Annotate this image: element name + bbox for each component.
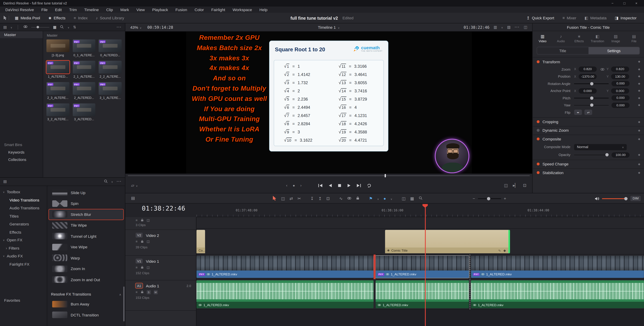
keyframe-icon[interactable] [638, 162, 640, 166]
stop-button[interactable] [338, 183, 342, 187]
cropping-header[interactable]: Cropping [532, 117, 644, 126]
media-clip[interactable]: [1-3].png [46, 39, 69, 57]
keyframe-icon[interactable] [638, 120, 640, 123]
mute-button[interactable]: M [154, 290, 158, 294]
link-xy-icon[interactable] [599, 67, 605, 71]
zoom-x-field[interactable]: 0.820 [578, 66, 597, 72]
effects-button[interactable]: Effects [44, 15, 70, 20]
blade-tool-icon[interactable] [298, 196, 301, 200]
dynamic-trim-icon[interactable] [290, 196, 293, 200]
options-menu-icon[interactable] [515, 25, 520, 29]
zoom-detail-icon[interactable] [418, 196, 422, 201]
inspector-tab[interactable]: Video [534, 33, 552, 45]
auto-select-icon[interactable] [146, 219, 150, 222]
media-clip[interactable]: PXY 1_ALTERED... [46, 61, 69, 78]
effects-nav-item[interactable]: Toolbox [0, 188, 47, 196]
track-name[interactable]: Video 1 [146, 259, 159, 263]
effects-nav-item[interactable]: Audio FX [0, 252, 47, 260]
trim-edit-icon[interactable] [281, 196, 285, 200]
track-header-v1[interactable]: V1 Video 1 152 Clips [125, 256, 196, 280]
clip-out-point-marker[interactable] [508, 230, 510, 253]
effects-nav-item[interactable]: Filters [0, 244, 47, 252]
dynamic-zoom-header[interactable]: Dynamic Zoom [532, 126, 644, 134]
track-name[interactable]: Audio 1 [146, 284, 159, 288]
volume-slider[interactable] [602, 196, 628, 201]
transition-item[interactable]: Tunnel of Light [48, 231, 124, 242]
anchor-x-field[interactable]: 0.000 [578, 88, 597, 93]
replace-clip-icon[interactable] [326, 196, 330, 200]
dim-button[interactable]: DIM [630, 196, 640, 201]
track-header-partial[interactable]: 3 Clips [125, 218, 196, 230]
flip-vertical-button[interactable] [584, 110, 592, 115]
collapse-icon[interactable] [119, 292, 121, 296]
transition-item[interactable]: Vee Wipe [48, 242, 124, 253]
transition-item[interactable]: Slide Up [48, 187, 124, 198]
menu-item[interactable]: View [133, 7, 148, 12]
transition-item[interactable]: Zoom In [48, 263, 124, 274]
composite-header[interactable]: Composite [532, 134, 644, 143]
transition-item[interactable]: Burn Away [48, 299, 124, 310]
metadata-button[interactable]: Metadata [580, 15, 611, 20]
tab-settings[interactable]: Settings [588, 47, 640, 54]
effects-nav-item[interactable]: Titles [0, 212, 47, 220]
track-lane-a1[interactable]: 1_ALTERED.mkv 1_ALTERED.mkv 1_ALTERED.mk… [196, 279, 644, 310]
marker-icon[interactable] [384, 196, 386, 200]
resolve-fx-header[interactable]: Resolve FX Transitions [47, 290, 125, 299]
video-clip[interactable]: PXY 1_ALTERED.mkv [471, 256, 644, 278]
video-clip-selected[interactable]: PXY 1_ALTERED.mkv [376, 256, 469, 278]
overwrite-clip-icon[interactable] [318, 196, 322, 200]
timeline-selector[interactable]: Timeline 1 [318, 25, 340, 29]
keyframe-icon[interactable] [638, 89, 640, 92]
match-frame-icon[interactable]: ▸▏ [513, 183, 518, 187]
source-timecode[interactable]: 00:59:14:28 [147, 25, 173, 29]
zoom-slider[interactable] [478, 196, 501, 201]
transition-item[interactable]: DCTL Transition [48, 310, 124, 321]
position-y-field[interactable]: 130.00 [611, 74, 629, 79]
viewer-zoom-select[interactable]: 43% [130, 25, 142, 29]
keyframe-icon[interactable] [504, 249, 506, 253]
bin-item-master[interactable]: Master [0, 31, 43, 38]
media-clip[interactable]: PXY 0_ALTERED... [99, 39, 122, 57]
grid-view-icon[interactable] [53, 25, 56, 29]
previous-marker-icon[interactable]: ‹ [286, 183, 287, 187]
slider-knob[interactable] [590, 96, 593, 99]
audio-clip[interactable]: 1_ALTERED.mkv [471, 280, 644, 308]
crop-icon[interactable] [131, 183, 134, 187]
media-clip[interactable]: PXY 2_ALTERED... [72, 82, 96, 100]
favorites-label[interactable]: Favorites [4, 298, 20, 303]
retime-icon[interactable] [498, 249, 501, 253]
inspector-tab[interactable]: Audio [552, 33, 570, 45]
slider-knob[interactable] [37, 26, 39, 28]
menu-item[interactable]: Help [256, 7, 271, 12]
track-number[interactable]: A1 [136, 283, 143, 288]
viewer-scrub-bar[interactable] [125, 174, 532, 178]
bin-view-icon[interactable] [3, 25, 7, 29]
scopes-icon[interactable] [494, 25, 497, 29]
slider-knob[interactable] [624, 197, 628, 200]
play-button[interactable] [347, 183, 351, 187]
linked-selection-icon[interactable] [347, 196, 351, 201]
media-clip[interactable]: PXY 2_1_ALTERE... [72, 61, 96, 78]
pitch-field[interactable]: 0.000 [612, 95, 630, 101]
minimize-button[interactable] [612, 1, 614, 5]
zoom-out-icon[interactable] [472, 196, 475, 200]
flag-icon[interactable] [369, 196, 373, 200]
chevron-down-icon[interactable] [390, 196, 392, 200]
media-clip[interactable]: PXY 3_ALTERED... [72, 103, 96, 121]
media-clip[interactable]: PXY 0_1_ALTERE... [72, 39, 96, 57]
effects-nav-item[interactable]: Audio Transitions [0, 204, 47, 212]
transform-header[interactable]: Transform [532, 57, 644, 66]
track-header-v2[interactable]: V2 Video 2 39 Clips [125, 230, 196, 256]
track-lane-v2[interactable]: Co... Comic Title [196, 229, 644, 255]
next-marker-icon[interactable]: › [300, 183, 302, 187]
rotation-slider[interactable] [574, 81, 609, 86]
solo-button[interactable]: S [146, 290, 151, 294]
viewer-canvas[interactable]: Remember 2x GPUMakes Batch size 2x3x mak… [125, 32, 532, 174]
slider-knob[interactable] [590, 103, 593, 107]
scrollbar[interactable] [123, 287, 124, 322]
timeline-ruler[interactable]: 01:37:48:00 01:38:16:00 01:38:44:00 [196, 204, 644, 217]
menu-item[interactable]: DaVinci Resolve [2, 7, 38, 12]
slider-knob[interactable] [487, 197, 490, 200]
transition-item[interactable]: Tile Wipe [48, 220, 124, 231]
edit-point-marker[interactable] [374, 255, 376, 279]
